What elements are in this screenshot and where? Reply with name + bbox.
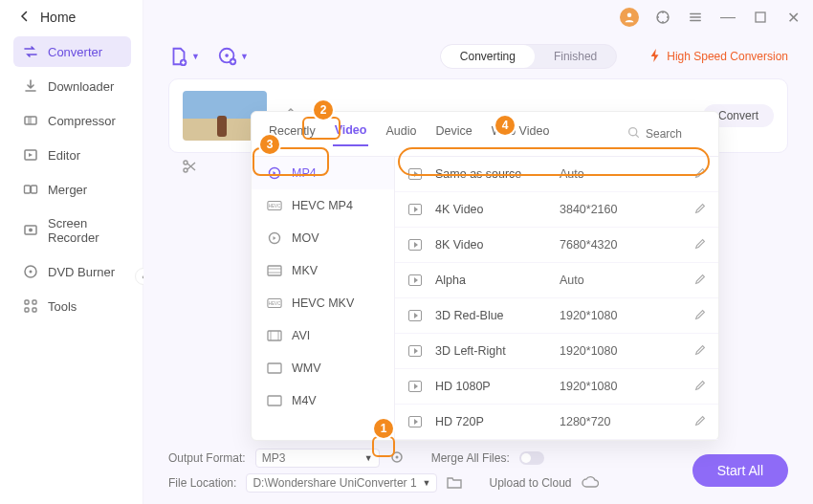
output-format-select[interactable]: MP3 ▼ <box>255 449 380 468</box>
panel-tab-device[interactable]: Device <box>433 122 473 145</box>
resolution-item[interactable]: 4K Video3840*2160 <box>395 192 718 228</box>
format-icon <box>267 231 282 245</box>
cloud-icon[interactable] <box>582 475 599 492</box>
resolution-item[interactable]: 3D Red-Blue1920*1080 <box>395 298 718 334</box>
video-icon <box>408 416 422 427</box>
resolution-value: 7680*4320 <box>560 238 617 252</box>
callout-3: 3 <box>260 135 279 154</box>
compressor-icon <box>23 113 38 128</box>
titlebar: — ✕ <box>143 0 813 34</box>
edit-preset-icon[interactable] <box>693 379 707 395</box>
format-label: M4V <box>292 394 317 407</box>
sidebar-item-converter[interactable]: Converter <box>13 36 131 67</box>
sidebar-item-editor[interactable]: Editor <box>13 140 131 170</box>
format-item-mov[interactable]: MOV <box>252 222 394 254</box>
panel-search-input[interactable] <box>646 127 703 141</box>
minimize-button[interactable]: — <box>719 9 736 26</box>
svg-rect-11 <box>33 308 36 312</box>
video-icon <box>408 345 422 357</box>
home-button[interactable]: Home <box>0 0 143 36</box>
chevron-down-icon: ▼ <box>423 478 431 488</box>
sidebar-item-downloader[interactable]: Downloader <box>13 71 131 101</box>
panel-tab-audio[interactable]: Audio <box>384 122 418 145</box>
panel-search[interactable] <box>627 126 703 142</box>
file-location-select[interactable]: D:\Wondershare UniConverter 1 ▼ <box>246 473 437 493</box>
merge-files-toggle[interactable] <box>519 451 544 465</box>
menu-icon[interactable] <box>687 9 704 26</box>
video-icon <box>408 274 422 286</box>
output-settings-icon[interactable] <box>389 449 405 468</box>
sidebar-item-screen-recorder[interactable]: Screen Recorder <box>13 208 131 252</box>
format-item-hevc-mp4[interactable]: HEVCHEVC MP4 <box>252 189 394 222</box>
edit-preset-icon[interactable] <box>693 166 707 183</box>
callout-4: 4 <box>495 116 515 135</box>
resolution-name: HD 720P <box>435 415 546 428</box>
tools-icon <box>23 298 38 314</box>
format-item-wmv[interactable]: WMV <box>252 352 394 384</box>
format-label: HEVC MKV <box>292 296 354 310</box>
add-dvd-button[interactable]: ▼ <box>217 46 249 67</box>
svg-rect-10 <box>25 308 29 312</box>
editor-icon <box>23 147 38 163</box>
resolution-list[interactable]: Same as sourceAuto 4K Video3840*2160 8K … <box>395 157 718 440</box>
open-folder-icon[interactable] <box>447 475 462 492</box>
sidebar-nav: Converter Downloader Compressor Editor M… <box>0 36 143 321</box>
panel-tab-video[interactable]: Video <box>333 121 369 146</box>
format-icon <box>267 329 282 342</box>
format-item-mp4[interactable]: MP4 <box>252 157 394 189</box>
resolution-value: 1920*1080 <box>560 380 617 393</box>
resolution-item[interactable]: HD 1080P1920*1080 <box>395 369 718 405</box>
sidebar-item-dvd-burner[interactable]: DVD Burner <box>13 256 131 287</box>
format-item-avi[interactable]: AVI <box>252 319 394 352</box>
sidebar-item-label: Tools <box>48 299 77 314</box>
resolution-item[interactable]: Same as sourceAuto <box>395 157 718 192</box>
edit-preset-icon[interactable] <box>693 237 707 253</box>
sidebar-item-merger[interactable]: Merger <box>13 174 131 205</box>
add-file-button[interactable]: ▼ <box>168 46 200 67</box>
back-icon <box>19 10 31 25</box>
resolution-item[interactable]: 3D Left-Right1920*1080 <box>395 334 718 369</box>
output-format-value: MP3 <box>262 451 359 465</box>
maximize-button[interactable] <box>752 9 769 26</box>
callout-2: 2 <box>314 100 333 120</box>
format-item-hevc-mkv[interactable]: HEVCHEVC MKV <box>252 287 394 319</box>
svg-point-17 <box>225 54 229 57</box>
edit-preset-icon[interactable] <box>693 273 707 289</box>
file-location-label: File Location: <box>168 476 236 490</box>
format-icon: HEVC <box>267 296 282 310</box>
format-item-mkv[interactable]: MKV <box>252 254 394 287</box>
format-item-m4v[interactable]: M4V <box>252 384 394 417</box>
home-label: Home <box>40 10 76 25</box>
tab-finished[interactable]: Finished <box>535 45 616 68</box>
resolution-name: 8K Video <box>435 238 546 252</box>
format-panel: Recently Video Audio Device Web Video MP… <box>251 111 719 441</box>
format-icon <box>267 264 282 277</box>
tab-converting[interactable]: Converting <box>441 45 535 68</box>
resolution-item[interactable]: AlphaAuto <box>395 263 718 298</box>
edit-preset-icon[interactable] <box>693 414 707 430</box>
sidebar-item-compressor[interactable]: Compressor <box>13 105 131 136</box>
format-label: MKV <box>292 264 318 277</box>
resolution-item[interactable]: 8K Video7680*4320 <box>395 228 718 263</box>
video-icon <box>408 204 422 215</box>
svg-text:HEVC: HEVC <box>269 301 281 306</box>
format-icon <box>267 166 282 180</box>
svg-text:HEVC: HEVC <box>269 204 281 208</box>
format-label: HEVC MP4 <box>292 199 353 212</box>
account-avatar[interactable] <box>620 8 639 27</box>
video-icon <box>408 168 422 180</box>
edit-preset-icon[interactable] <box>693 308 707 324</box>
high-speed-conversion[interactable]: High Speed Conversion <box>649 49 788 65</box>
resolution-value: 1920*1080 <box>560 309 617 322</box>
sidebar-item-tools[interactable]: Tools <box>13 291 131 321</box>
converter-icon <box>23 44 38 59</box>
close-button[interactable]: ✕ <box>784 9 802 26</box>
edit-preset-icon[interactable] <box>693 202 707 218</box>
svg-rect-9 <box>33 300 36 304</box>
resolution-item[interactable]: HD 720P1280*720 <box>395 405 718 440</box>
edit-preset-icon[interactable] <box>693 343 707 360</box>
start-all-button[interactable]: Start All <box>692 454 788 487</box>
format-list[interactable]: MP4 HEVCHEVC MP4 MOV MKV HEVCHEVC MKV AV… <box>252 157 395 440</box>
support-icon[interactable] <box>654 9 671 26</box>
format-label: AVI <box>292 329 310 342</box>
